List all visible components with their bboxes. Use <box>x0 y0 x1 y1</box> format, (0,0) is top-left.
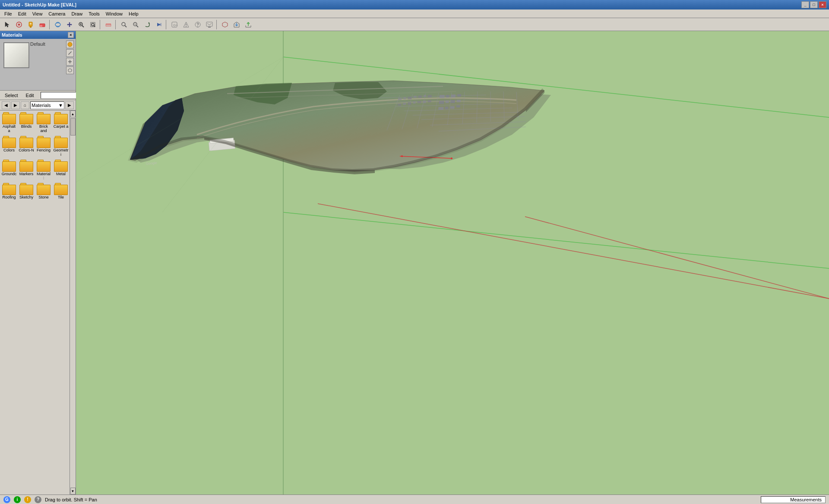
tool-zoom-extents[interactable] <box>87 19 98 30</box>
material-tile[interactable]: Tile <box>53 182 69 201</box>
info-indicator[interactable]: i <box>14 496 21 503</box>
material-asphalt[interactable]: Asphalt a <box>1 111 17 134</box>
material-markers[interactable]: Markers <box>18 159 35 182</box>
menu-camera[interactable]: Camera <box>46 11 68 17</box>
tool-zoom[interactable] <box>76 19 87 30</box>
folder-dropdown-label: Materials <box>32 103 51 108</box>
tool-export[interactable] <box>243 19 254 30</box>
svg-rect-93 <box>450 106 455 109</box>
separator-3 <box>115 20 117 29</box>
tool-section[interactable] <box>103 19 114 30</box>
material-groundc[interactable]: Groundc <box>1 159 17 182</box>
edit-tab[interactable]: Edit <box>23 92 37 99</box>
material-geometric[interactable]: Geometri <box>53 135 69 158</box>
preview-options[interactable] <box>66 66 74 74</box>
geo-indicator[interactable]: G <box>3 496 10 503</box>
material-fencing-label: Fencing <box>36 148 51 153</box>
preview-sample-paint[interactable] <box>66 41 74 48</box>
svg-rect-29 <box>206 22 212 26</box>
tool-addon3[interactable] <box>192 19 203 30</box>
maximize-button[interactable]: □ <box>810 1 818 8</box>
svg-rect-92 <box>445 107 449 109</box>
viewport[interactable]: Google <box>76 31 829 495</box>
menu-file[interactable]: File <box>2 11 15 17</box>
svg-rect-76 <box>398 104 401 106</box>
material-brick[interactable]: Brick and <box>35 111 52 134</box>
svg-rect-79 <box>413 101 415 104</box>
nav-detail-button[interactable]: ▶ <box>65 101 74 109</box>
preview-swatch <box>3 42 29 68</box>
material-fencing[interactable]: Fencing <box>35 135 52 158</box>
measurements-box: Measurements <box>761 496 826 503</box>
tool-addon4[interactable] <box>204 19 215 30</box>
material-colors[interactable]: Colors <box>1 135 17 158</box>
folder-dropdown[interactable]: Materials ▼ <box>30 101 64 109</box>
nav-forward-button[interactable]: ▶ <box>11 101 20 109</box>
material-colors-n[interactable]: Colors-N <box>18 135 35 158</box>
material-sketchy[interactable]: Sketchy <box>18 182 35 201</box>
menu-help[interactable]: Help <box>126 11 141 17</box>
svg-rect-69 <box>398 98 402 100</box>
material-roofing[interactable]: Roofing <box>1 182 17 201</box>
svg-rect-87 <box>439 101 444 104</box>
tool-select[interactable] <box>2 19 13 30</box>
tool-addon1[interactable]: G+ <box>169 19 180 30</box>
tool-search2[interactable] <box>130 19 141 30</box>
preview-edit[interactable] <box>66 49 74 57</box>
material-material[interactable]: Material : <box>35 159 52 182</box>
warn-indicator[interactable]: ! <box>24 496 31 503</box>
svg-rect-77 <box>403 103 406 105</box>
svg-point-6 <box>55 23 60 26</box>
svg-rect-74 <box>424 95 426 97</box>
status-hint: Drag to orbit. Shift = Pan <box>45 497 97 502</box>
tool-erase[interactable] <box>37 19 48 30</box>
menu-edit[interactable]: Edit <box>16 11 29 17</box>
preview-label: Default <box>30 41 45 47</box>
measurements-label: Measurements <box>790 497 822 502</box>
tool-make-component[interactable] <box>13 19 25 30</box>
close-button[interactable]: × <box>819 1 826 8</box>
svg-rect-70 <box>403 97 406 99</box>
tool-search[interactable] <box>118 19 130 30</box>
svg-point-99 <box>451 158 452 159</box>
menu-view[interactable]: View <box>30 11 45 17</box>
scrollbar-up-button[interactable]: ▲ <box>70 110 76 117</box>
material-asphalt-label: Asphalt a <box>1 125 17 133</box>
panel-close-button[interactable]: × <box>68 32 74 38</box>
material-grid-scrollbar[interactable]: ▲ ▼ <box>70 110 76 495</box>
nav-back-button[interactable]: ◀ <box>2 101 10 109</box>
scrollbar-thumb[interactable] <box>70 118 76 135</box>
svg-marker-15 <box>106 24 111 26</box>
material-material-label: Material : <box>36 172 51 181</box>
material-carpet[interactable]: Carpet a <box>53 111 69 134</box>
material-stone[interactable]: Stone <box>35 182 52 201</box>
material-blinds[interactable]: Blinds <box>18 111 35 134</box>
menu-draw[interactable]: Draw <box>69 11 85 17</box>
menu-tools[interactable]: Tools <box>86 11 102 17</box>
material-metal-label: Metal <box>53 172 69 176</box>
select-tab[interactable]: Select <box>2 92 21 99</box>
material-blinds-label: Blinds <box>19 125 34 129</box>
svg-line-17 <box>125 25 127 27</box>
minimize-button[interactable]: _ <box>801 1 809 8</box>
nav-bar: ◀ ▶ ⌂ Materials ▼ ▶ <box>0 100 76 110</box>
tool-paint[interactable] <box>25 19 36 30</box>
nav-home-button[interactable]: ⌂ <box>21 101 29 109</box>
tool-addon2[interactable] <box>180 19 192 30</box>
tool-orbit[interactable] <box>52 19 63 30</box>
tool-pan[interactable] <box>64 19 75 30</box>
tool-rotate[interactable] <box>142 19 153 30</box>
menubar: File Edit View Camera Draw Tools Window … <box>0 9 829 18</box>
scrollbar-down-button[interactable]: ▼ <box>70 488 76 495</box>
scrollbar-track <box>70 117 76 488</box>
material-stone-label: Stone <box>36 195 51 200</box>
titlebar: Untitled - SketchUp Make [EVAL] _ □ × <box>0 0 829 9</box>
material-metal[interactable]: Metal <box>53 159 69 182</box>
help-indicator[interactable]: ? <box>35 496 41 503</box>
tool-flip[interactable] <box>153 19 165 30</box>
preview-create[interactable] <box>66 58 74 66</box>
menu-window[interactable]: Window <box>103 11 125 17</box>
tool-3d[interactable] <box>219 19 231 30</box>
panel-title: Materials <box>2 32 22 38</box>
tool-import[interactable] <box>231 19 242 30</box>
